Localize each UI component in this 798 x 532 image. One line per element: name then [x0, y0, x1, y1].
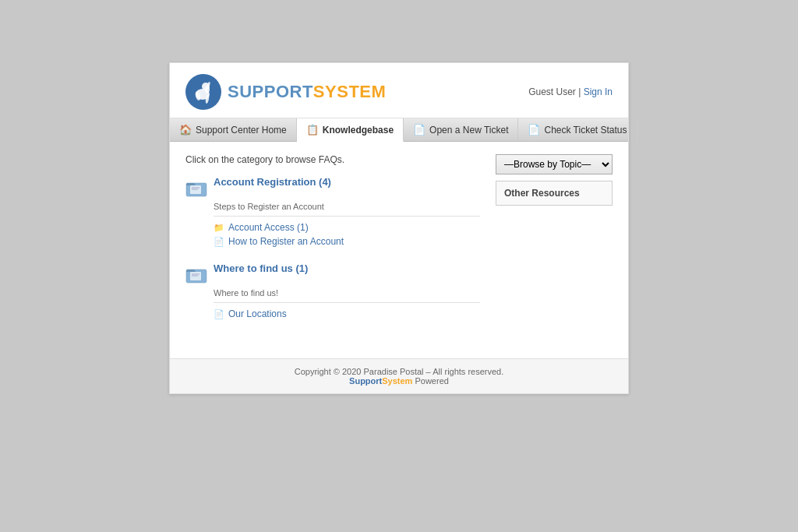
sub-item-our-locations-label: Our Locations — [228, 308, 287, 319]
logo-icon — [185, 74, 221, 110]
sidebar: —Browse by Topic— Other Resources — [496, 154, 613, 335]
sub-item-our-locations[interactable]: 📄 Our Locations — [214, 307, 480, 321]
logo-support: SUPPORT — [228, 82, 313, 101]
category-title-1[interactable]: Account Registration (4) — [214, 176, 331, 188]
sub-items-2: 📄 Our Locations — [214, 302, 480, 321]
category-desc-1: Steps to Register an Account — [214, 202, 480, 211]
sub-item-how-to-register-label: How to Register an Account — [228, 236, 344, 247]
category-desc-2: Where to find us! — [214, 288, 480, 298]
doc-icon-1: 📄 — [214, 237, 224, 247]
header: SUPPORTSYSTEM Guest User | Sign In — [170, 63, 628, 118]
nav-knowledgebase-label: Knowledgebase — [323, 125, 394, 136]
logo-area: SUPPORTSYSTEM — [185, 74, 386, 110]
nav-support-center[interactable]: 🏠 Support Center Home — [170, 118, 297, 141]
category-where-to-find: Where to find us (1) Where to find us! 📄… — [185, 262, 480, 321]
footer: Copyright © 2020 Paradise Postal – All r… — [170, 358, 628, 393]
main-content: Click on the category to browse FAQs. Ac… — [185, 154, 496, 335]
status-icon: 📄 — [528, 124, 540, 136]
category-title-2[interactable]: Where to find us (1) — [214, 262, 308, 274]
other-resources-box: Other Resources — [496, 181, 613, 206]
nav-check-status-label: Check Ticket Status — [544, 125, 627, 136]
category-header-2: Where to find us (1) — [185, 262, 480, 285]
click-hint: Click on the category to browse FAQs. — [185, 154, 480, 165]
sub-items-1: 📁 Account Access (1) 📄 How to Register a… — [214, 216, 480, 248]
nav-support-center-label: Support Center Home — [196, 125, 287, 136]
main-window: SUPPORTSYSTEM Guest User | Sign In 🏠 Sup… — [169, 62, 629, 394]
nav-check-status[interactable]: 📄 Check Ticket Status — [518, 118, 637, 141]
sign-in-link[interactable]: Sign In — [584, 86, 613, 97]
footer-system-label: System — [382, 376, 412, 386]
folder-small-icon: 📁 — [214, 223, 224, 233]
home-icon: 🏠 — [179, 124, 192, 136]
content-area: Click on the category to browse FAQs. Ac… — [170, 142, 628, 358]
kb-icon: 📋 — [306, 124, 319, 136]
svg-point-3 — [205, 86, 210, 93]
logo-text: SUPPORTSYSTEM — [228, 82, 386, 102]
logo-system: SYSTEM — [313, 82, 386, 101]
footer-support-label: Support — [349, 376, 382, 386]
folder-icon-2 — [185, 263, 207, 285]
powered-by: SupportSystem Powered — [178, 376, 620, 386]
nav-open-ticket[interactable]: 📄 Open a New Ticket — [404, 118, 518, 141]
ticket-icon: 📄 — [413, 124, 425, 136]
sub-item-how-to-register[interactable]: 📄 How to Register an Account — [214, 234, 480, 248]
sub-item-account-access-label: Account Access (1) — [228, 222, 309, 233]
guest-user-label: Guest User | — [528, 86, 583, 97]
browse-topic-select[interactable]: —Browse by Topic— — [496, 154, 613, 174]
other-resources-label: Other Resources — [504, 188, 580, 199]
sub-item-account-access[interactable]: 📁 Account Access (1) — [214, 220, 480, 234]
folder-icon-1 — [185, 177, 207, 199]
nav-open-ticket-label: Open a New Ticket — [429, 125, 508, 136]
nav-bar: 🏠 Support Center Home 📋 Knowledgebase 📄 … — [170, 118, 628, 142]
footer-powered-suffix: Powered — [412, 376, 448, 386]
doc-icon-2: 📄 — [214, 309, 224, 319]
nav-knowledgebase[interactable]: 📋 Knowledgebase — [297, 118, 404, 142]
user-area: Guest User | Sign In — [528, 86, 613, 97]
category-account-registration: Account Registration (4) Steps to Regist… — [185, 176, 480, 248]
category-header-1: Account Registration (4) — [185, 176, 480, 199]
copyright-text: Copyright © 2020 Paradise Postal – All r… — [178, 367, 620, 376]
